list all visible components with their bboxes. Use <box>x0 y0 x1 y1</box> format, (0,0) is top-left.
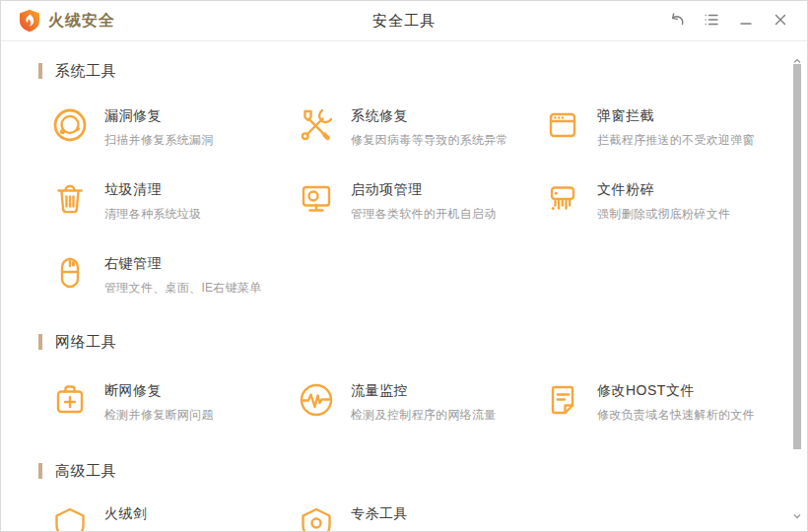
close-button[interactable] <box>763 1 797 40</box>
tool-title: 断网修复 <box>104 382 214 400</box>
system-repair-icon <box>297 105 336 145</box>
tool-desc: 管理文件、桌面、IE右键菜单 <box>104 280 262 297</box>
minimize-button[interactable] <box>728 1 763 40</box>
scrollbar-thumb[interactable] <box>793 64 801 449</box>
tool-special-kill[interactable]: 专杀工具 <box>297 503 543 531</box>
tool-vulnerability-fix[interactable]: 漏洞修复 扫描并修复系统漏洞 <box>50 105 297 155</box>
tool-desc: 修改负责域名快速解析的文件 <box>597 407 755 424</box>
tool-desc: 清理各种系统垃圾 <box>104 206 201 223</box>
file-shredder-icon <box>543 179 582 219</box>
huorong-logo-icon <box>19 9 40 33</box>
tool-right-click-manager[interactable]: 右键管理 管理文件、桌面、IE右键菜单 <box>50 253 297 302</box>
tool-title: 专杀工具 <box>351 505 408 523</box>
tool-desc: 检测及控制程序的网络流量 <box>351 407 497 424</box>
undo-arrow-icon <box>668 11 686 32</box>
tool-trash-clean[interactable]: 垃圾清理 清理各种系统垃圾 <box>50 179 297 229</box>
tool-desc: 修复因病毒等导致的系统异常 <box>351 132 508 149</box>
tool-desc: 强制删除或彻底粉碎文件 <box>597 206 730 223</box>
section-title: 系统工具 <box>55 62 116 81</box>
system-tools-grid: 漏洞修复 扫描并修复系统漏洞 系统修复 修复因病毒等导致的系统异常 <box>1 105 807 302</box>
app-window: { "window": { "brand": "火绒安全", "title": … <box>0 0 808 532</box>
trash-clean-icon <box>50 179 90 219</box>
special-kill-shield-icon <box>297 503 336 531</box>
traffic-monitor-icon <box>297 380 336 420</box>
section-bar <box>38 334 42 350</box>
section-header-network: 网络工具 <box>1 333 807 351</box>
tool-system-repair[interactable]: 系统修复 修复因病毒等导致的系统异常 <box>297 105 543 155</box>
tool-file-shredder[interactable]: 文件粉碎 强制删除或彻底粉碎文件 <box>543 179 789 229</box>
tool-desc: 扫描并修复系统漏洞 <box>104 132 214 149</box>
right-click-manager-icon <box>50 253 90 293</box>
tool-title: 漏洞修复 <box>104 107 214 125</box>
brand: 火绒安全 <box>1 9 115 33</box>
tool-title: 修改HOST文件 <box>597 382 755 400</box>
tools-page: 系统工具 漏洞修复 扫描并修复系统漏洞 <box>1 41 807 531</box>
tool-network-repair[interactable]: 断网修复 检测并修复断网问题 <box>50 380 297 430</box>
host-file-icon <box>543 380 582 420</box>
section-title: 高级工具 <box>55 462 116 481</box>
huorong-sword-shield-icon <box>50 503 90 531</box>
tool-title: 流量监控 <box>351 382 497 400</box>
section-bar <box>38 63 42 79</box>
network-tools-grid: 断网修复 检测并修复断网问题 流量监控 检测及控制程序的网络流量 <box>1 380 807 430</box>
task-list-icon <box>703 11 720 32</box>
network-repair-icon <box>50 380 90 420</box>
advanced-tools-grid: 火绒剑 专杀工具 <box>1 503 807 531</box>
tool-title: 垃圾清理 <box>104 181 201 199</box>
task-list-button[interactable] <box>694 1 728 40</box>
tool-title: 弹窗拦截 <box>597 107 755 125</box>
tool-desc: 检测并修复断网问题 <box>104 407 214 424</box>
tool-title: 文件粉碎 <box>597 181 730 199</box>
tool-traffic-monitor[interactable]: 流量监控 检测及控制程序的网络流量 <box>297 380 543 430</box>
vulnerability-fix-icon <box>50 105 90 145</box>
tool-title: 启动项管理 <box>351 181 497 199</box>
tool-popup-block[interactable]: 弹窗拦截 拦截程序推送的不受欢迎弹窗 <box>543 105 789 155</box>
window-controls <box>659 1 807 40</box>
undo-back-button[interactable] <box>659 1 694 40</box>
tool-title: 右键管理 <box>104 255 262 273</box>
section-bar <box>38 463 42 479</box>
section-header-system: 系统工具 <box>1 62 807 80</box>
startup-manager-icon <box>297 179 336 219</box>
tool-desc: 管理各类软件的开机自启动 <box>351 206 497 223</box>
section-title: 网络工具 <box>55 333 116 352</box>
popup-block-icon <box>543 105 582 145</box>
section-header-advanced: 高级工具 <box>1 462 807 480</box>
tool-host-file[interactable]: 修改HOST文件 修改负责域名快速解析的文件 <box>543 380 789 430</box>
titlebar: 火绒安全 安全工具 <box>1 1 807 41</box>
tool-desc: 拦截程序推送的不受欢迎弹窗 <box>597 132 755 149</box>
brand-name: 火绒安全 <box>48 11 115 32</box>
minimize-icon <box>737 11 755 32</box>
scrollbar <box>790 44 804 492</box>
scroll-down-arrow-icon[interactable] <box>793 505 801 523</box>
tool-title: 火绒剑 <box>104 505 148 523</box>
tool-huorong-sword[interactable]: 火绒剑 <box>50 503 297 531</box>
close-icon <box>772 11 789 32</box>
tool-startup-manager[interactable]: 启动项管理 管理各类软件的开机自启动 <box>297 179 543 229</box>
tool-title: 系统修复 <box>351 107 508 125</box>
